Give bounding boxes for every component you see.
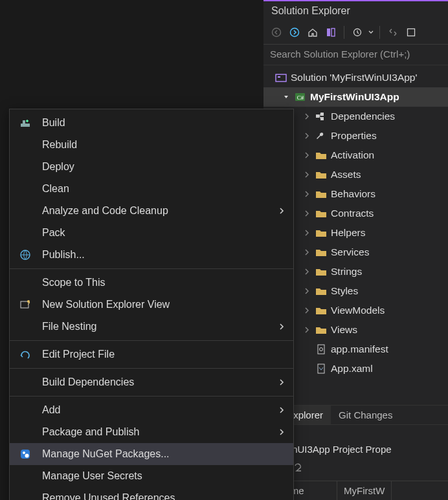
menu-item-manage-user-secrets[interactable]: Manage User Secrets [10, 465, 293, 487]
svg-rect-6 [276, 74, 286, 82]
separator [379, 26, 380, 39]
menu-item-label: Add [42, 404, 60, 416]
tree-item-label: Services [331, 246, 369, 258]
svg-rect-5 [408, 29, 415, 36]
folder-icon [315, 227, 327, 239]
svg-rect-13 [318, 345, 324, 354]
menu-item-file-nesting[interactable]: File Nesting [10, 316, 293, 338]
tree-item-label: Views [331, 324, 357, 336]
project-node[interactable]: C# MyFirstWinUI3App [263, 87, 448, 107]
menu-item-label: Analyze and Code Cleanup [42, 205, 168, 217]
dropdown-icon[interactable] [368, 25, 374, 40]
forward-icon[interactable] [287, 25, 302, 40]
submenu-arrow-icon [279, 428, 284, 436]
menu-item-remove-unused-references[interactable]: Remove Unused References... [10, 487, 293, 500]
folder-icon [315, 285, 327, 297]
svg-point-26 [25, 454, 29, 458]
menu-item-label: Manage NuGet Packages... [42, 448, 170, 460]
menu-item-pack[interactable]: Pack [10, 222, 293, 244]
back-icon[interactable] [269, 25, 284, 40]
folder-icon [315, 324, 327, 336]
svg-rect-19 [21, 124, 30, 127]
solution-explorer-search[interactable]: Search Solution Explorer (Ctrl+;) [263, 45, 448, 65]
expander-icon[interactable] [302, 267, 311, 276]
manifest-icon [315, 343, 327, 355]
menu-item-new-solution-explorer-view[interactable]: New Solution Explorer View [10, 294, 293, 316]
menu-item-rebuild[interactable]: Rebuild [10, 134, 293, 156]
tree-item-label: Dependencies [331, 111, 395, 122]
tree-item-label: Assets [331, 169, 361, 180]
tree-item-label: Properties [331, 130, 377, 142]
svg-point-1 [291, 28, 299, 37]
menu-item-build-dependencies[interactable]: Build Dependencies [10, 371, 293, 393]
menu-item-label: Build Dependencies [42, 376, 134, 388]
svg-rect-2 [327, 28, 330, 36]
tree-item-label: App.xaml [331, 363, 373, 375]
expander-icon[interactable] [282, 92, 291, 102]
submenu-arrow-icon [279, 406, 284, 414]
show-all-files-icon[interactable] [403, 25, 419, 40]
home-icon[interactable] [305, 25, 320, 40]
svg-point-14 [320, 348, 323, 351]
csharp-project-icon: C# [295, 91, 306, 103]
tab-git-changes[interactable]: Git Changes [331, 406, 400, 424]
menu-separator [10, 268, 293, 269]
svg-rect-12 [320, 117, 324, 120]
menu-item-label: New Solution Explorer View [42, 299, 170, 310]
menu-item-scope-to-this[interactable]: Scope to This [10, 272, 293, 294]
expander-icon[interactable] [302, 325, 311, 334]
expander-icon[interactable] [302, 306, 311, 315]
newview-icon [19, 298, 32, 311]
expander-icon[interactable] [302, 287, 311, 296]
sync-icon[interactable] [385, 25, 401, 40]
svg-rect-11 [320, 113, 324, 116]
expander-icon[interactable] [302, 248, 311, 257]
tree-item-label: ViewModels [331, 305, 385, 316]
menu-item-label: Deploy [42, 161, 74, 173]
svg-point-25 [23, 451, 25, 454]
menu-item-label: Rebuild [42, 139, 77, 151]
tree-item-label: Contracts [331, 208, 374, 219]
tree-item-label: Styles [331, 285, 358, 297]
submenu-arrow-icon [279, 378, 284, 386]
menu-item-label: Remove Unused References... [42, 492, 184, 500]
solution-explorer-title: Solution Explorer [263, 1, 448, 22]
menu-item-clean[interactable]: Clean [10, 178, 293, 200]
pending-changes-icon[interactable] [350, 25, 365, 40]
menu-item-add[interactable]: Add [10, 399, 293, 421]
menu-item-publish[interactable]: Publish... [10, 244, 293, 266]
switch-views-icon[interactable] [323, 25, 339, 40]
folder-icon [315, 169, 327, 180]
expander-icon[interactable] [302, 112, 311, 121]
submenu-arrow-icon [279, 207, 284, 215]
menu-item-manage-nuget-packages[interactable]: Manage NuGet Packages... [10, 443, 293, 465]
menu-item-deploy[interactable]: Deploy [10, 156, 293, 178]
edit-icon [19, 348, 32, 361]
prop-name-value[interactable]: MyFirstW [337, 481, 392, 500]
solution-label: Solution 'MyFirstWinUI3App' [291, 72, 417, 83]
svg-rect-7 [278, 76, 280, 78]
solution-node[interactable]: Solution 'MyFirstWinUI3App' [263, 68, 448, 87]
expander-icon[interactable] [302, 209, 311, 218]
build-icon [19, 116, 32, 129]
wrench-icon [315, 130, 327, 142]
svg-point-23 [27, 300, 30, 303]
svg-rect-15 [318, 364, 324, 373]
menu-item-analyze-and-code-cleanup[interactable]: Analyze and Code Cleanup [10, 200, 293, 222]
expander-icon[interactable] [302, 170, 311, 179]
menu-item-package-and-publish[interactable]: Package and Publish [10, 421, 293, 443]
menu-item-edit-project-file[interactable]: Edit Project File [10, 343, 293, 365]
expander-icon[interactable] [302, 151, 311, 160]
menu-separator [10, 340, 293, 341]
nuget-icon [19, 448, 32, 461]
folder-icon [315, 266, 327, 277]
expander-icon[interactable] [302, 190, 311, 199]
project-context-menu: BuildRebuildDeployCleanAnalyze and Code … [9, 109, 294, 500]
separator [344, 26, 344, 39]
svg-rect-22 [21, 301, 28, 308]
expander-icon[interactable] [302, 131, 311, 140]
menu-separator [10, 368, 293, 369]
menu-item-label: Package and Publish [42, 426, 139, 438]
expander-icon[interactable] [302, 228, 311, 237]
menu-item-build[interactable]: Build [10, 112, 293, 134]
